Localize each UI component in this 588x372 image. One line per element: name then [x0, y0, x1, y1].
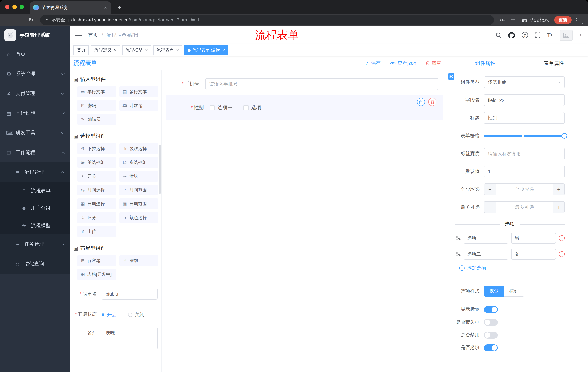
- tag-process-model[interactable]: 流程模型 ×: [122, 45, 151, 55]
- link-grip-icon[interactable]: [448, 73, 454, 80]
- sidebar-item-task-management[interactable]: ⊟ 任务管理: [0, 234, 70, 254]
- bookmark-star-icon[interactable]: ☆: [509, 16, 517, 24]
- clear-button[interactable]: 清空: [426, 60, 441, 66]
- tag-close-icon[interactable]: ×: [145, 48, 148, 53]
- show-label-switch[interactable]: [484, 306, 498, 313]
- gender-option-2-checkbox[interactable]: 选项二: [243, 105, 266, 111]
- zoom-window-button[interactable]: [20, 5, 24, 9]
- default-value-input[interactable]: [484, 166, 565, 177]
- help-icon[interactable]: ?: [522, 32, 528, 38]
- palette-item-radio-group[interactable]: ◉单选框组: [77, 157, 116, 168]
- sidebar-item-process-model[interactable]: ✈ 流程模型: [0, 217, 70, 234]
- status-off-radio[interactable]: 关闭: [128, 312, 145, 318]
- palette-item-single-line-text[interactable]: ▭单行文本: [77, 86, 116, 97]
- palette-item-counter[interactable]: 123计数器: [119, 100, 158, 111]
- option-style-button-button[interactable]: 按钮: [504, 286, 524, 297]
- palette-item-cascader[interactable]: ⋔级联选择: [119, 143, 158, 154]
- gender-field-selected[interactable]: 性别 选项一 选项二: [166, 95, 443, 120]
- option-label-input[interactable]: [463, 249, 508, 260]
- option-style-default-button[interactable]: 默认: [484, 286, 504, 297]
- remark-textarea[interactable]: 嘿嘿: [102, 327, 158, 350]
- breadcrumb-home[interactable]: 首页: [88, 32, 98, 38]
- sidebar-item-payment[interactable]: ¥ 支付管理: [0, 84, 70, 103]
- phone-field-input[interactable]: [205, 78, 439, 90]
- palette-item-row-container[interactable]: ⊞行容器: [77, 255, 116, 266]
- palette-item-select[interactable]: ⊚下拉选择: [77, 143, 116, 154]
- sidebar-item-devtools[interactable]: ⌨ 研发工具: [0, 123, 70, 143]
- address-bar[interactable]: ⚠ 不安全 | dashboard.yudao.iocoder.cn/bpm/m…: [40, 15, 494, 25]
- max-select-value[interactable]: 最多可选: [496, 202, 553, 213]
- option-label-input[interactable]: [463, 233, 508, 244]
- update-button[interactable]: 更新: [554, 16, 572, 24]
- tag-process-definition[interactable]: 流程定义 ×: [91, 45, 120, 55]
- min-select-value[interactable]: 至少应选: [496, 184, 553, 195]
- back-button[interactable]: ←: [4, 15, 14, 25]
- palette-item-date-picker[interactable]: ▦日期选择: [77, 198, 116, 209]
- forward-button[interactable]: →: [15, 15, 25, 25]
- copy-button[interactable]: [417, 98, 425, 106]
- sidebar-item-infrastructure[interactable]: ▤ 基础设施: [0, 103, 70, 123]
- tab-form-properties[interactable]: 表单属性: [520, 56, 588, 70]
- sidebar-item-process-management[interactable]: ≡ 流程管理: [0, 162, 70, 182]
- palette-item-color-picker[interactable]: ◑颜色选择: [119, 212, 158, 223]
- font-size-icon[interactable]: TT: [547, 32, 553, 38]
- tab-component-properties[interactable]: 组件属性: [451, 56, 520, 70]
- remove-option-button[interactable]: −: [559, 235, 565, 241]
- drag-handle-icon[interactable]: [456, 236, 461, 240]
- palette-item-textarea[interactable]: ▤多行文本: [119, 86, 158, 97]
- sidebar-item-system[interactable]: ⚙ 系统管理: [0, 64, 70, 84]
- decrease-button[interactable]: −: [484, 202, 496, 213]
- phone-field[interactable]: 手机号: [166, 78, 443, 90]
- increase-button[interactable]: +: [553, 202, 564, 213]
- sidebar-item-workflow[interactable]: ⊞ 工作流程: [0, 143, 70, 162]
- browser-menu-button[interactable]: ⋮: [573, 17, 580, 23]
- palette-item-button[interactable]: ☝按钮: [119, 255, 158, 266]
- remove-option-button[interactable]: −: [559, 251, 565, 257]
- palette-item-time-picker[interactable]: ◷时间选择: [77, 185, 116, 195]
- new-tab-button[interactable]: +: [114, 2, 125, 13]
- palette-item-table[interactable]: ▦表格[开发中]: [77, 269, 116, 280]
- fullscreen-icon[interactable]: [535, 32, 540, 38]
- field-name-input[interactable]: [484, 94, 565, 106]
- title-input[interactable]: [484, 112, 565, 124]
- palette-item-editor[interactable]: ✎编辑器: [77, 114, 116, 125]
- hamburger-button[interactable]: [75, 31, 82, 39]
- search-icon[interactable]: [495, 32, 501, 38]
- scrollbar-thumb[interactable]: [159, 145, 161, 194]
- tag-close-icon[interactable]: ×: [114, 48, 117, 53]
- palette-item-upload[interactable]: ⇧上传: [77, 226, 116, 237]
- password-key-icon[interactable]: [498, 16, 507, 24]
- palette-item-password[interactable]: ⊡密码: [77, 100, 116, 111]
- tag-process-form[interactable]: 流程表单 ×: [153, 45, 182, 55]
- decrease-button[interactable]: −: [484, 184, 496, 195]
- tag-process-form-edit[interactable]: 流程表单-编辑 ×: [184, 45, 228, 55]
- drag-handle-icon[interactable]: [456, 252, 461, 256]
- option-value-input[interactable]: [511, 233, 556, 244]
- minimize-window-button[interactable]: [12, 5, 17, 9]
- palette-item-time-range[interactable]: ◔时间范围: [119, 185, 158, 195]
- add-option-button[interactable]: + 添加选项: [459, 265, 486, 271]
- form-grid-slider[interactable]: [484, 130, 565, 142]
- tab-close-icon[interactable]: ×: [103, 5, 108, 11]
- sidebar-item-process-form[interactable]: ▯ 流程表单: [0, 182, 70, 200]
- reload-button[interactable]: ↻: [26, 15, 36, 25]
- form-name-input[interactable]: [102, 288, 158, 299]
- chevron-down-icon[interactable]: ▾: [582, 21, 584, 26]
- disabled-switch[interactable]: [484, 331, 498, 338]
- avatar[interactable]: [560, 30, 573, 41]
- palette-item-slider[interactable]: ⊸滑块: [119, 171, 158, 182]
- increase-button[interactable]: +: [553, 184, 564, 195]
- palette-item-date-range[interactable]: ▩日期范围: [119, 198, 158, 209]
- save-button[interactable]: ✓ 保存: [365, 60, 381, 66]
- palette-item-checkbox-group[interactable]: ☑多选框组: [119, 157, 158, 168]
- tag-close-icon[interactable]: ×: [222, 48, 225, 53]
- browser-tab[interactable]: 芋道管理系统 ×: [30, 1, 111, 14]
- component-type-select[interactable]: 多选框组: [484, 76, 565, 88]
- tag-home[interactable]: 首页: [74, 45, 89, 55]
- option-value-input[interactable]: [511, 249, 556, 260]
- label-width-input[interactable]: [484, 148, 565, 159]
- palette-item-switch[interactable]: ◐开关: [77, 171, 116, 182]
- sidebar-item-leave-query[interactable]: ☺ 请假查询: [0, 254, 70, 274]
- required-switch[interactable]: [484, 344, 498, 351]
- github-icon[interactable]: [508, 32, 515, 38]
